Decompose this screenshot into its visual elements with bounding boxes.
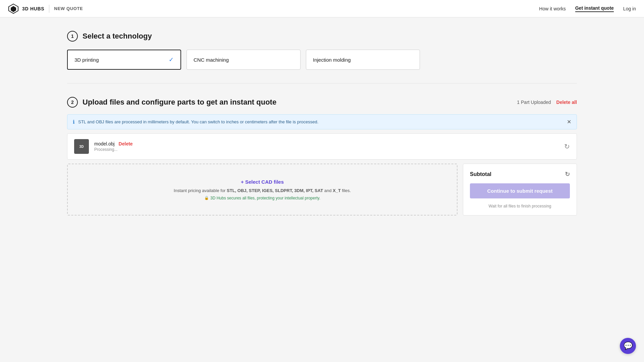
info-icon: ℹ [73, 119, 75, 125]
tech-card-injection[interactable]: Injection molding [306, 50, 420, 70]
info-banner-close[interactable]: ✕ [567, 119, 571, 125]
continue-button[interactable]: Continue to submit request [470, 183, 570, 198]
nav-how-it-works[interactable]: How it works [539, 6, 566, 11]
subtotal-header: Subtotal ↻ [470, 171, 570, 178]
step1-section: 1 Select a technology 3D printing ✓ CNC … [67, 31, 577, 70]
tech-card-cnc[interactable]: CNC machining [186, 50, 301, 70]
file-name: model.obj Delete [94, 141, 559, 146]
upload-dropzone[interactable]: + Select CAD files Instant pricing avail… [67, 164, 458, 216]
tech-label-injection: Injection molding [313, 57, 351, 63]
file-info: model.obj Delete Processing... [94, 141, 559, 152]
file-delete-button[interactable]: Delete [119, 141, 133, 146]
logo-icon [8, 3, 19, 14]
file-types-text: Instant pricing available for STL, OBJ, … [174, 188, 351, 193]
file-format-last: X_T [333, 188, 341, 193]
step1-title: Select a technology [83, 32, 152, 41]
info-banner: ℹ STL and OBJ files are processed in mil… [67, 114, 577, 129]
step1-header: 1 Select a technology [67, 31, 577, 42]
delete-all-button[interactable]: Delete all [556, 100, 577, 105]
file-types-suffix: and [323, 188, 333, 193]
file-types-prefix: Instant pricing available for [174, 188, 227, 193]
info-banner-text: STL and OBJ files are processed in milli… [78, 119, 318, 124]
header-nav: How it works Get instant quote Log in [539, 5, 636, 12]
subtotal-label: Subtotal [470, 171, 491, 177]
file-thumbnail: 3D [74, 139, 89, 154]
security-note: 🔒 3D Hubs secures all files, protecting … [204, 196, 320, 200]
check-icon: ✓ [169, 56, 174, 63]
header-divider [49, 5, 49, 13]
subtotal-panel: Subtotal ↻ Continue to submit request Wa… [463, 164, 577, 216]
bottom-area: + Select CAD files Instant pricing avail… [67, 164, 577, 216]
logo-text: 3D HUBS [22, 6, 44, 11]
file-row: 3D model.obj Delete Processing... ↻ [67, 133, 577, 160]
tech-cards: 3D printing ✓ CNC machining Injection mo… [67, 50, 577, 70]
nav-log-in[interactable]: Log in [623, 6, 636, 11]
step2-header: 2 Upload files and configure parts to ge… [67, 97, 577, 108]
section-divider [67, 83, 577, 83]
svg-marker-1 [11, 6, 16, 12]
parts-uploaded: 1 Part Uploaded [517, 100, 551, 105]
step2-circle: 2 [67, 97, 78, 108]
main-content: 1 Select a technology 3D printing ✓ CNC … [0, 17, 644, 242]
file-types-end: files. [341, 188, 351, 193]
step1-circle: 1 [67, 31, 78, 42]
file-status: Processing... [94, 147, 559, 152]
step2-header-left: 2 Upload files and configure parts to ge… [67, 97, 276, 108]
header: 3D HUBS NEW QUOTE How it works Get insta… [0, 0, 644, 17]
wait-text: Wait for all files to finish processing [470, 204, 570, 208]
file-name-text: model.obj [94, 141, 115, 146]
subtotal-spinner: ↻ [565, 171, 570, 178]
tech-label-cnc: CNC machining [194, 57, 229, 63]
lock-icon: 🔒 [204, 196, 209, 200]
logo[interactable]: 3D HUBS [8, 3, 44, 14]
step2-header-right: 1 Part Uploaded Delete all [517, 100, 577, 105]
step2-section: 2 Upload files and configure parts to ge… [67, 97, 577, 216]
file-formats: STL, OBJ, STEP, IGES, SLDPRT, 3DM, IPT, … [227, 188, 323, 193]
nav-get-instant-quote[interactable]: Get instant quote [575, 5, 614, 12]
step2-title: Upload files and configure parts to get … [83, 98, 276, 107]
security-text: 3D Hubs secures all files, protecting yo… [210, 196, 320, 200]
select-cad-button[interactable]: + Select CAD files [241, 179, 284, 185]
tech-card-3d-printing[interactable]: 3D printing ✓ [67, 50, 181, 70]
file-processing-spinner: ↻ [564, 142, 570, 150]
tech-label-3d-printing: 3D printing [74, 57, 99, 63]
header-page-title: NEW QUOTE [54, 6, 83, 11]
